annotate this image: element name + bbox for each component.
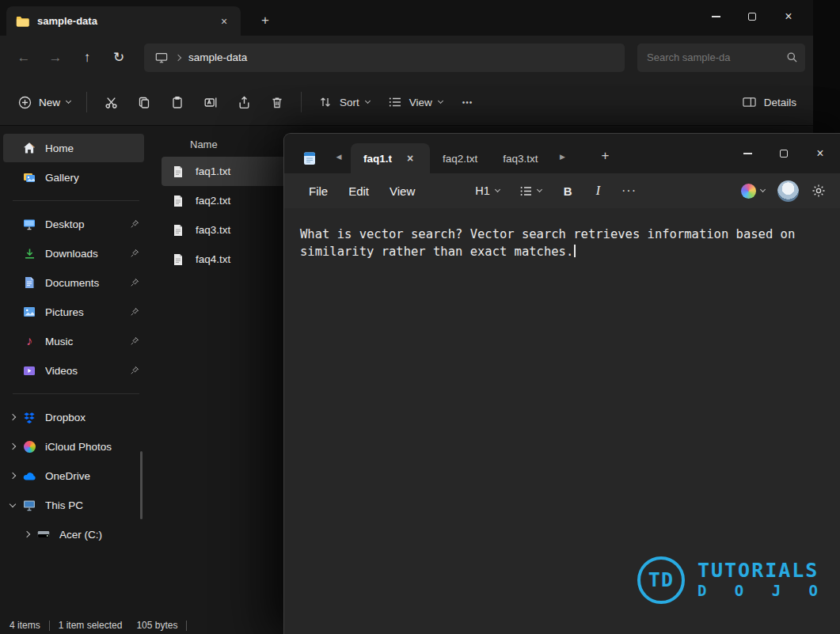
- home-icon: [22, 141, 36, 155]
- refresh-button[interactable]: ↻: [103, 49, 135, 66]
- this-pc-icon: [22, 498, 36, 512]
- sidebar-item-label: Downloads: [45, 248, 130, 260]
- chevron-down-icon[interactable]: [3, 504, 22, 507]
- chevron-right-icon[interactable]: [3, 473, 22, 478]
- breadcrumb-chevron-icon: [175, 54, 181, 60]
- share-button[interactable]: [227, 88, 260, 116]
- sort-button-label: Sort: [340, 97, 359, 108]
- menu-view[interactable]: View: [379, 180, 425, 203]
- sidebar-item-this-pc[interactable]: This PC: [3, 491, 144, 519]
- list-style-button[interactable]: [511, 181, 550, 201]
- status-selection: 1 item selected: [59, 620, 123, 631]
- sidebar-item-dropbox[interactable]: Dropbox: [3, 403, 144, 431]
- notepad-tab-faq1[interactable]: faq1.t ×: [351, 143, 430, 173]
- explorer-tab-sample-data[interactable]: sample-data ×: [6, 6, 241, 36]
- italic-button[interactable]: I: [586, 179, 610, 203]
- search-box[interactable]: [637, 44, 805, 72]
- new-button[interactable]: New: [8, 88, 79, 116]
- music-icon: ♪: [22, 334, 36, 348]
- sidebar-item-gallery[interactable]: Gallery: [3, 163, 144, 192]
- view-button[interactable]: View: [378, 88, 451, 116]
- pin-icon: [130, 249, 139, 258]
- sidebar-item-documents[interactable]: Documents: [3, 268, 144, 297]
- tab-scroll-left-icon[interactable]: ◀: [333, 153, 344, 161]
- address-bar[interactable]: sample-data: [144, 44, 625, 72]
- close-tab-icon[interactable]: ×: [217, 15, 231, 28]
- minimize-button[interactable]: [697, 0, 734, 33]
- bold-button[interactable]: B: [553, 180, 583, 203]
- heading-style-button[interactable]: H1: [466, 180, 508, 202]
- close-button[interactable]: ×: [770, 0, 807, 33]
- close-button[interactable]: ×: [802, 135, 838, 172]
- notepad-tab-faq2[interactable]: faq2.txt: [430, 143, 490, 173]
- td-logo-line1: TUTORIALS: [697, 562, 827, 579]
- up-button[interactable]: ↑: [71, 50, 103, 66]
- tab-scroll-right-icon[interactable]: ▶: [557, 153, 568, 161]
- cut-icon: [103, 94, 119, 110]
- settings-button[interactable]: [811, 184, 826, 198]
- minimize-icon: [743, 153, 752, 154]
- sidebar-item-label: Acer (C:): [59, 529, 144, 541]
- minimize-icon: [712, 16, 720, 17]
- account-avatar[interactable]: [777, 180, 799, 202]
- explorer-tab-bar: sample-data × + ×: [0, 0, 813, 36]
- text-caret: [574, 245, 576, 257]
- sidebar-item-desktop[interactable]: Desktop: [3, 210, 144, 238]
- minimize-button[interactable]: [729, 135, 766, 172]
- dropbox-icon: [22, 410, 36, 424]
- maximize-button[interactable]: [766, 135, 802, 172]
- desktop-icon: [22, 217, 36, 231]
- sidebar-item-downloads[interactable]: Downloads: [3, 239, 144, 268]
- chevron-down-icon: [760, 187, 766, 192]
- this-pc-icon: [155, 52, 168, 63]
- search-input[interactable]: [647, 51, 786, 63]
- status-size: 105 bytes: [136, 620, 177, 631]
- copy-button[interactable]: [127, 88, 161, 116]
- details-button[interactable]: Details: [733, 88, 805, 116]
- forward-button[interactable]: →: [40, 50, 71, 66]
- menu-edit[interactable]: Edit: [338, 180, 379, 203]
- tab-label: faq2.txt: [443, 153, 477, 165]
- sidebar-item-icloud-photos[interactable]: iCloud Photos: [3, 432, 144, 461]
- gear-icon: [811, 184, 826, 198]
- notepad-tab-faq3[interactable]: faq3.txt: [490, 143, 550, 173]
- view-icon: [387, 94, 403, 110]
- sidebar-item-home[interactable]: Home: [3, 134, 144, 162]
- column-header-label: Name: [190, 139, 218, 150]
- sidebar-item-onedrive[interactable]: OneDrive: [3, 461, 144, 490]
- delete-button[interactable]: [260, 88, 294, 116]
- text-file-icon: [173, 224, 185, 237]
- sidebar-item-videos[interactable]: Videos: [3, 356, 144, 385]
- file-name: faq4.txt: [196, 253, 230, 265]
- chevron-right-icon[interactable]: [3, 444, 22, 449]
- maximize-button[interactable]: [734, 0, 770, 33]
- file-name: faq2.txt: [196, 195, 230, 207]
- sidebar-item-label: iCloud Photos: [45, 441, 144, 453]
- menu-file[interactable]: File: [298, 180, 338, 203]
- notepad-editor[interactable]: What is vector search? Vector search ret…: [284, 208, 840, 634]
- sidebar-item-pictures[interactable]: Pictures: [3, 298, 144, 326]
- sort-button[interactable]: Sort: [309, 88, 378, 116]
- close-tab-icon[interactable]: ×: [403, 152, 417, 165]
- paste-icon: [169, 94, 185, 110]
- cut-button[interactable]: [94, 88, 127, 116]
- new-tab-button[interactable]: +: [255, 13, 276, 28]
- more-formatting-button[interactable]: ···: [614, 179, 644, 203]
- more-options-button[interactable]: •••: [451, 90, 485, 115]
- copilot-button[interactable]: [741, 184, 765, 199]
- format-group: H1 B I ···: [466, 179, 644, 203]
- chevron-right-icon[interactable]: [17, 532, 36, 537]
- paste-button[interactable]: [161, 88, 194, 116]
- explorer-tab-title: sample-data: [37, 15, 209, 27]
- rename-button[interactable]: [194, 88, 227, 116]
- sidebar-item-label: Videos: [45, 365, 130, 377]
- sidebar-item-acer-c-drive[interactable]: Acer (C:): [17, 520, 144, 549]
- back-button[interactable]: ←: [8, 50, 40, 66]
- folder-icon: [16, 16, 29, 27]
- new-tab-button[interactable]: +: [597, 148, 614, 164]
- sidebar-item-music[interactable]: ♪ Music: [3, 327, 144, 355]
- chevron-down-icon: [66, 98, 71, 104]
- chevron-down-icon: [537, 187, 542, 192]
- sidebar-scrollbar[interactable]: [140, 451, 143, 519]
- chevron-right-icon[interactable]: [3, 415, 22, 420]
